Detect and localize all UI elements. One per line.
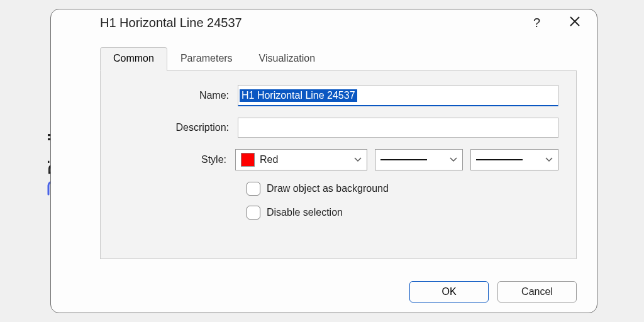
tab-visualization[interactable]: Visualization xyxy=(246,47,329,71)
tab-parameters[interactable]: Parameters xyxy=(167,47,246,71)
help-icon[interactable]: ? xyxy=(533,16,540,30)
name-label: Name: xyxy=(118,90,238,101)
chevron-down-icon xyxy=(354,155,362,164)
name-input[interactable]: H1 Horizontal Line 24537 xyxy=(238,85,558,106)
dialog-titlebar: H1 Horizontal Line 24537 ? xyxy=(51,9,597,34)
properties-dialog: H1 Horizontal Line 24537 ? Common Parame… xyxy=(50,9,597,313)
draw-background-checkbox[interactable] xyxy=(247,182,260,196)
disable-selection-label: Disable selection xyxy=(267,207,343,218)
chevron-down-icon xyxy=(545,155,553,164)
description-label: Description: xyxy=(118,122,238,133)
draw-background-label: Draw object as background xyxy=(267,183,389,194)
description-input[interactable] xyxy=(238,118,558,138)
color-select[interactable]: Red xyxy=(235,149,367,170)
dialog-title: H1 Horizontal Line 24537 xyxy=(100,16,533,30)
color-select-label: Red xyxy=(260,154,278,165)
line-width-select[interactable] xyxy=(470,149,558,170)
line-style-sample-icon xyxy=(380,159,427,160)
tab-common[interactable]: Common xyxy=(100,47,167,71)
chevron-down-icon xyxy=(450,155,457,164)
tabstrip: Common Parameters Visualization xyxy=(100,47,597,70)
style-label: Style: xyxy=(118,154,235,165)
line-width-sample-icon xyxy=(476,159,523,160)
cancel-button[interactable]: Cancel xyxy=(497,281,577,303)
name-value-selected: H1 Horizontal Line 24537 xyxy=(240,89,357,102)
common-panel: Name: H1 Horizontal Line 24537 Descripti… xyxy=(100,70,577,259)
color-swatch-icon xyxy=(241,153,255,167)
line-style-select[interactable] xyxy=(375,149,463,170)
disable-selection-checkbox[interactable] xyxy=(247,206,260,219)
ok-button[interactable]: OK xyxy=(409,281,489,303)
close-icon[interactable] xyxy=(569,16,580,30)
